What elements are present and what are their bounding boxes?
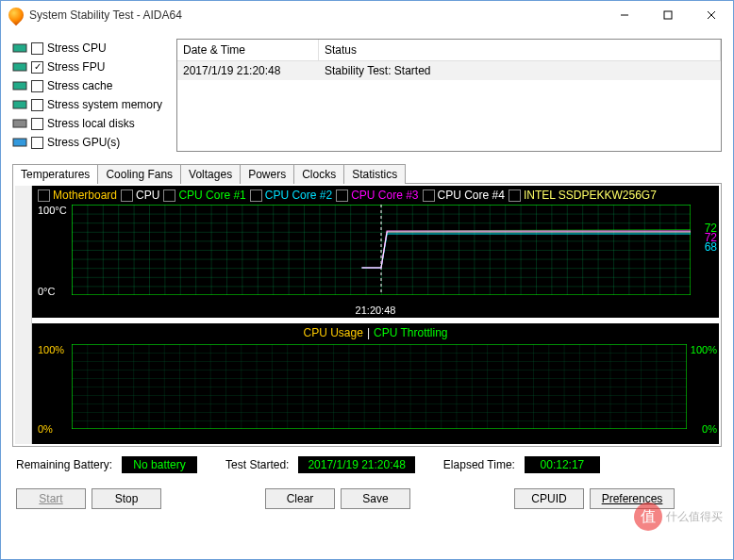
log-header-status[interactable]: Status [319,40,721,60]
svg-rect-4 [13,44,26,52]
legend-label: CPU Core #4 [438,189,505,202]
legend-item[interactable]: INTEL SSDPEKKW256G7 [509,189,657,202]
checkbox[interactable] [31,118,43,130]
y-bot-label: 0°C [38,286,55,297]
stress-label: Stress cache [47,79,112,92]
cpu-usage-chart: CPU Usage | CPU Throttling 100% 0% 100% … [32,323,719,444]
checkbox[interactable] [423,189,435,202]
checkbox[interactable] [38,189,50,202]
stress-option[interactable]: Stress cache [12,76,169,95]
close-button[interactable] [690,1,733,29]
legend-item[interactable]: CPU Core #3 [336,189,418,202]
stress-icon [12,116,27,131]
checkbox[interactable] [31,80,43,92]
temperature-chart: MotherboardCPUCPU Core #1CPU Core #2CPU … [32,186,719,318]
legend-label: INTEL SSDPEKKW256G7 [524,189,657,202]
checkbox[interactable] [31,42,43,55]
log-row[interactable]: 2017/1/19 21:20:48 Stability Test: Start… [177,61,721,80]
checkbox[interactable] [121,189,133,202]
start-button: Start [16,488,86,509]
temp-readout: 68 [705,242,717,252]
checkbox[interactable] [31,61,43,74]
elapsed-label: Elapsed Time: [443,458,515,471]
stress-label: Stress CPU [47,41,107,55]
tab-strip: TemperaturesCooling FansVoltagesPowersCl… [12,163,722,183]
svg-rect-9 [13,139,26,146]
stress-icon [12,78,27,93]
tab-powers[interactable]: Powers [240,164,294,184]
status-bar: Remaining Battery: No battery Test Start… [12,451,722,479]
stress-option[interactable]: Stress CPU [12,39,169,58]
window-title: System Stability Test - AIDA64 [29,8,603,22]
elapsed-value: 00:12:17 [525,456,600,473]
tab-clocks[interactable]: Clocks [293,164,344,184]
log-cell-status: Stability Test: Started [319,61,721,80]
log-header-datetime[interactable]: Date & Time [177,40,319,60]
svg-rect-1 [664,11,672,19]
stop-button[interactable]: Stop [92,488,161,509]
time-marker: 21:20:48 [356,305,396,316]
checkbox[interactable] [31,137,43,149]
maximize-button[interactable] [646,1,690,29]
checkbox[interactable] [163,189,175,202]
button-bar: Start Stop Clear Save CPUID Preferences [12,483,722,515]
checkbox[interactable] [31,99,43,111]
preferences-button[interactable]: Preferences [590,488,675,509]
checkbox[interactable] [250,189,262,202]
stress-option[interactable]: Stress GPU(s) [12,133,169,152]
svg-rect-6 [13,82,26,90]
svg-rect-13 [72,344,687,429]
minimize-button[interactable] [603,1,646,29]
cpuid-button[interactable]: CPUID [514,488,584,509]
stress-option[interactable]: Stress system memory [12,95,169,114]
stress-icon [12,97,27,112]
stress-option[interactable]: Stress FPU [12,58,169,76]
legend-item[interactable]: CPU Core #2 [250,189,332,202]
checkbox[interactable] [509,189,521,202]
save-button[interactable]: Save [341,488,410,509]
battery-value: No battery [122,456,197,473]
battery-label: Remaining Battery: [16,458,112,471]
stress-icon [12,135,27,150]
y-top-label: 100°C [38,205,67,216]
legend-label: CPU [136,189,159,202]
svg-rect-7 [13,101,26,108]
stress-options: Stress CPUStress FPUStress cacheStress s… [12,39,169,152]
legend-label: CPU Core #2 [265,189,332,202]
stress-label: Stress system memory [47,98,162,111]
stress-label: Stress local disks [47,117,135,130]
legend-label: CPU Core #3 [351,189,418,202]
event-log: Date & Time Status 2017/1/19 21:20:48 St… [176,39,722,152]
app-icon [6,5,27,26]
stress-icon [12,41,27,56]
stress-option[interactable]: Stress local disks [12,114,169,133]
tab-temperatures[interactable]: Temperatures [12,164,98,184]
started-label: Test Started: [225,458,289,471]
titlebar: System Stability Test - AIDA64 [1,1,733,29]
legend-item[interactable]: CPU Core #4 [423,189,505,202]
stress-label: Stress GPU(s) [47,136,120,149]
tab-cooling-fans[interactable]: Cooling Fans [97,164,181,184]
legend-item[interactable]: Motherboard [38,189,117,202]
legend-label: Motherboard [53,189,117,202]
legend-item[interactable]: CPU [121,189,159,202]
tab-statistics[interactable]: Statistics [343,164,406,184]
clear-button[interactable]: Clear [265,488,335,509]
svg-rect-5 [13,63,26,71]
log-cell-datetime: 2017/1/19 21:20:48 [177,61,319,80]
usage-legend: CPU Usage [304,326,363,339]
stress-label: Stress FPU [47,60,105,74]
legend-item[interactable]: CPU Core #1 [163,189,245,202]
throttling-legend: CPU Throttling [374,326,447,339]
tab-voltages[interactable]: Voltages [180,164,241,184]
svg-rect-8 [13,120,26,127]
chart-scrollbar[interactable] [15,186,32,444]
started-value: 2017/1/19 21:20:48 [298,456,414,473]
legend-label: CPU Core #1 [178,189,245,202]
stress-icon [12,59,27,74]
checkbox[interactable] [336,189,348,202]
